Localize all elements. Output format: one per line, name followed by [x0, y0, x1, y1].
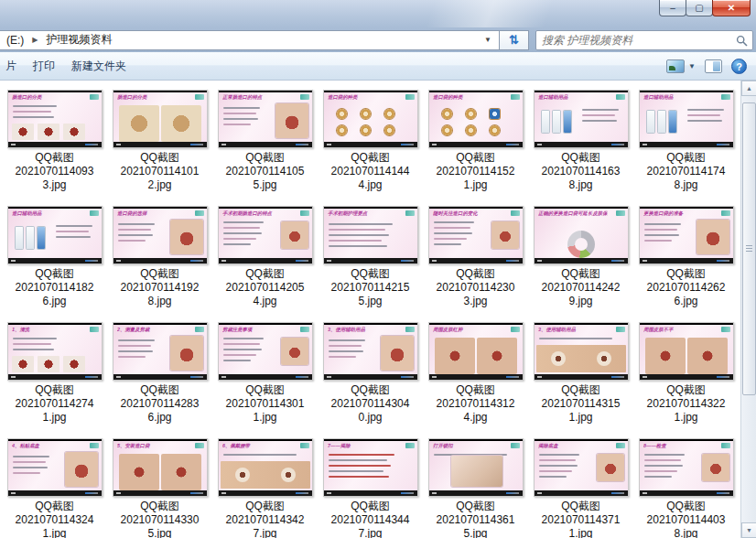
video-player-bar [535, 258, 628, 264]
maximize-button[interactable]: ▢ [686, 0, 713, 16]
file-name[interactable]: QQ截图20210701142303.jpg [437, 267, 515, 308]
file-name[interactable]: QQ截图20210701143221.jpg [647, 383, 726, 425]
slide-title: 3、使用辅助用品 [328, 327, 397, 332]
file-name[interactable]: QQ截图20210701142429.jpg [542, 267, 621, 308]
file-name[interactable]: QQ截图20210701143040.jpg [331, 383, 410, 425]
file-name[interactable]: QQ截图20210701141748.jpg [647, 151, 726, 192]
file-item[interactable]: 更换造口袋的准备QQ截图20210701142626.jpg [633, 206, 739, 322]
file-item[interactable]: 手术初期肠造口的特点QQ截图20210701142054.jpg [212, 206, 318, 322]
refresh-button[interactable]: ⇅ [500, 30, 529, 50]
file-name[interactable]: QQ截图20210701143305.jpg [121, 500, 200, 538]
file-item[interactable]: 肠造口的分类QQ截图20210701140933.jpg [2, 90, 107, 206]
refresh-icon: ⇅ [509, 34, 519, 46]
change-view-button[interactable]: ▼ [666, 59, 696, 73]
vertical-scrollbar[interactable]: ▲ ▼ [740, 81, 756, 538]
file-thumbnail: 周围皮肤不平 [639, 322, 734, 381]
video-player-bar [8, 374, 102, 380]
file-name[interactable]: QQ截图20210701141521.jpg [437, 151, 515, 192]
file-item[interactable]: 随时关注造口的变化QQ截图20210701142303.jpg [423, 206, 528, 322]
file-item[interactable]: 造口袋的种类QQ截图20210701141521.jpg [423, 90, 528, 206]
scroll-down-button[interactable]: ▼ [741, 522, 756, 538]
file-item[interactable]: 周围皮肤不平QQ截图20210701143221.jpg [633, 322, 739, 438]
slide-preview: 手术初期护理要点 [324, 209, 417, 258]
file-name[interactable]: QQ截图20210701142626.jpg [647, 267, 726, 308]
search-icon[interactable] [736, 35, 748, 47]
file-thumbnail: 造口袋的种类 [323, 90, 418, 148]
file-thumbnail: 3、使用辅助用品 [534, 322, 629, 381]
breadcrumb-arrow-icon[interactable]: ▶ [30, 36, 39, 44]
file-item[interactable]: 1、清洗QQ截图20210701142741.jpg [2, 322, 107, 438]
scroll-up-button[interactable]: ▲ [741, 81, 756, 96]
slide-logo-icon [195, 94, 204, 100]
file-item[interactable]: 8——检查QQ截图20210701144038.jpg [633, 438, 739, 538]
minimize-button[interactable]: – [659, 0, 686, 16]
file-item[interactable]: 5、安装造口袋QQ截图20210701143305.jpg [107, 438, 212, 538]
file-name[interactable]: QQ截图20210701141638.jpg [542, 151, 621, 192]
file-item[interactable]: 4、粘贴底盘QQ截图20210701143241.jpg [2, 438, 107, 538]
video-player-bar [429, 490, 523, 496]
toolbar-item-new-folder[interactable]: 新建文件夹 [63, 54, 135, 79]
file-name[interactable]: QQ截图20210701142741.jpg [16, 383, 94, 425]
file-item[interactable]: 2、测量及剪裁QQ截图20210701142836.jpg [107, 322, 212, 438]
file-name[interactable]: QQ截图20210701143427.jpg [226, 500, 305, 538]
file-item[interactable]: 3、使用辅助用品QQ截图20210701143040.jpg [318, 322, 423, 438]
file-name[interactable]: QQ截图20210701141055.jpg [226, 151, 305, 192]
address-dropdown-icon[interactable]: ▼ [481, 31, 495, 49]
title-bar [0, 0, 756, 27]
file-thumbnail: 正确的更换造口袋可延长皮肤保护屏障的使用周期 [534, 206, 629, 264]
slide-logo-icon [511, 443, 520, 448]
file-name[interactable]: QQ截图20210701142836.jpg [121, 383, 200, 425]
file-item[interactable]: 肠造口的分类QQ截图20210701141012.jpg [107, 90, 212, 206]
scrollbar-thumb[interactable] [742, 102, 756, 395]
file-name[interactable]: QQ截图20210701143124.jpg [437, 383, 515, 425]
views-caret-icon[interactable]: ▼ [688, 62, 696, 70]
file-thumbnail: 7——揭除 [323, 438, 418, 497]
file-name[interactable]: QQ截图20210701140933.jpg [16, 151, 94, 192]
close-button[interactable]: ✕ [712, 0, 751, 16]
toolbar-item-slideshow[interactable]: 片 [0, 54, 25, 79]
file-name[interactable]: QQ截图20210701144038.jpg [647, 500, 726, 538]
file-item[interactable]: 3、使用辅助用品QQ截图20210701143151.jpg [528, 322, 633, 438]
video-player-bar [113, 490, 207, 496]
file-name[interactable]: QQ截图20210701143711.jpg [542, 500, 621, 538]
slide-preview: 造口辅助用品 [8, 209, 102, 258]
file-item[interactable]: 造口辅助用品QQ截图20210701141826.jpg [2, 206, 107, 322]
file-name[interactable]: QQ截图20210701142054.jpg [226, 267, 305, 308]
address-bar[interactable]: (E:) ▶ 护理视频资料 ▼ [0, 30, 500, 50]
video-player-bar [640, 374, 733, 380]
file-name[interactable]: QQ截图20210701141826.jpg [16, 267, 94, 308]
file-name[interactable]: QQ截图20210701141444.jpg [331, 151, 410, 192]
breadcrumb-folder[interactable]: 护理视频资料 [40, 31, 119, 49]
video-player-bar [113, 258, 207, 264]
preview-pane-button[interactable] [705, 59, 722, 73]
file-item[interactable]: 造口袋的选择QQ截图20210701141928.jpg [107, 206, 212, 322]
file-name[interactable]: QQ截图20210701143011.jpg [226, 383, 305, 425]
file-name[interactable]: QQ截图20210701142155.jpg [331, 267, 410, 308]
file-name[interactable]: QQ截图20210701143447.jpg [331, 500, 410, 538]
file-item[interactable]: 造口辅助用品QQ截图20210701141638.jpg [528, 90, 633, 206]
file-item[interactable]: 7——揭除QQ截图20210701143447.jpg [318, 438, 423, 538]
search-input[interactable] [542, 32, 729, 48]
file-name[interactable]: QQ截图20210701141928.jpg [121, 267, 200, 308]
file-item[interactable]: 正常肠造口的特点QQ截图20210701141055.jpg [212, 90, 318, 206]
file-name[interactable]: QQ截图20210701143615.jpg [437, 500, 515, 538]
file-item[interactable]: 揭除底盘QQ截图20210701143711.jpg [528, 438, 633, 538]
file-item[interactable]: 6、佩戴腰带QQ截图20210701143427.jpg [212, 438, 318, 538]
file-item[interactable]: 周围皮肤红肿QQ截图20210701143124.jpg [423, 322, 528, 438]
toolbar-item-print[interactable]: 打印 [25, 54, 63, 79]
file-name[interactable]: QQ截图20210701141012.jpg [121, 151, 200, 192]
slide-preview: 随时关注造口的变化 [429, 209, 523, 258]
slide-title: 正常肠造口的特点 [222, 94, 292, 100]
file-item[interactable]: 手术初期护理要点QQ截图20210701142155.jpg [318, 206, 423, 322]
file-item[interactable]: 正确的更换造口袋可延长皮肤保护屏障的使用周期QQ截图20210701142429… [528, 206, 633, 322]
file-item[interactable]: 造口袋的种类QQ截图20210701141444.jpg [318, 90, 423, 206]
search-box[interactable] [535, 30, 753, 50]
file-name[interactable]: QQ截图20210701143151.jpg [542, 383, 621, 425]
file-item[interactable]: 剪裁注意事项QQ截图20210701143011.jpg [212, 322, 318, 438]
file-item[interactable]: 造口辅助用品QQ截图20210701141748.jpg [633, 90, 739, 206]
file-thumbnail: 周围皮肤红肿 [428, 322, 524, 381]
help-button[interactable]: ? [731, 59, 747, 74]
file-item[interactable]: 打开锁扣QQ截图20210701143615.jpg [423, 438, 528, 538]
breadcrumb-drive[interactable]: (E:) [0, 31, 30, 49]
file-name[interactable]: QQ截图20210701143241.jpg [16, 500, 94, 538]
